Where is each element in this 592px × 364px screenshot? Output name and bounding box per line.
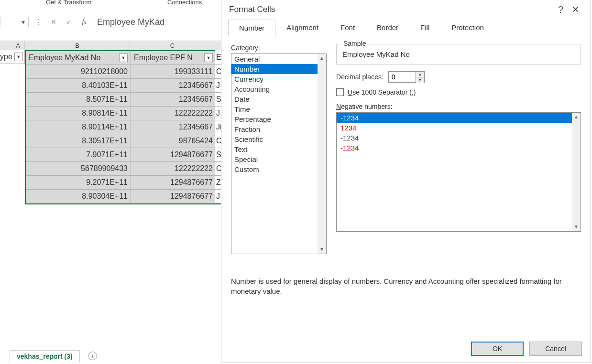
cell[interactable]: 56789909433 [26, 162, 131, 176]
category-item[interactable]: General [231, 54, 318, 64]
category-item[interactable]: Special [231, 154, 318, 164]
sample-label: Sample [340, 40, 369, 47]
cell[interactable]: 9.2071E+11 [26, 176, 131, 190]
dialog-tab-font[interactable]: Font [329, 19, 366, 36]
cell[interactable]: 1294876677 [131, 176, 216, 190]
cell[interactable]: 199333111 [131, 65, 216, 79]
dialog-tab-fill[interactable]: Fill [409, 19, 440, 36]
cell[interactable]: 8.30517E+11 [26, 134, 131, 148]
sheet-tabs: vekhas_report (3) + [10, 349, 100, 363]
dialog-body: Category: GeneralNumberCurrencyAccountin… [221, 36, 591, 262]
negative-numbers-label: Negative numbers: [336, 103, 581, 110]
decimal-places-spinner[interactable]: ▲ ▼ [388, 71, 425, 83]
cell[interactable]: 8.40103E+11 [26, 79, 131, 93]
cancel-formula-button[interactable]: ✕ [46, 17, 61, 27]
scroll-track[interactable] [318, 63, 326, 245]
scroll-up-icon[interactable]: ▲ [318, 54, 326, 63]
thousand-separator-row: Use 1000 Separator (,) [336, 88, 581, 96]
sample-value: Employee MyKad No [341, 47, 576, 58]
spreadsheet-grid: A B C Employee MyKad No ▼ Employee EPF N… [25, 41, 245, 204]
category-item[interactable]: Currency [231, 74, 318, 84]
category-item[interactable]: Fraction [231, 124, 318, 134]
negative-item[interactable]: -1234 [337, 143, 572, 153]
scroll-up-icon[interactable]: ▲ [572, 113, 581, 121]
cancel-button[interactable]: Cancel [529, 342, 582, 356]
cell[interactable]: 122222222 [131, 107, 216, 120]
dialog-tab-alignment[interactable]: Alignment [275, 19, 329, 36]
spinner-buttons: ▲ ▼ [416, 72, 424, 82]
table-row: 8.30517E+1198765424 [26, 134, 244, 148]
negative-item[interactable]: 1234 [337, 123, 572, 133]
negative-numbers-listbox[interactable]: -12341234-1234-1234 ▲ ▼ [336, 112, 581, 232]
cell[interactable]: 12345667 [131, 79, 216, 93]
cell[interactable]: 8.90304E+11 [26, 190, 131, 203]
formula-bar-input[interactable]: Employee MyKad [92, 16, 173, 28]
negative-scrollbar[interactable]: ▲ ▼ [572, 113, 581, 231]
cell[interactable]: 1294876677 [131, 148, 216, 162]
category-item[interactable]: Custom [231, 164, 318, 174]
cell[interactable]: 122222222 [131, 162, 216, 176]
category-item[interactable]: Number [231, 64, 318, 74]
column-headers-row: A B C [0, 41, 245, 50]
col-header-c[interactable]: C [130, 41, 215, 50]
table-row: 8.5071E+1112345667 [26, 93, 244, 107]
dialog-tabs: NumberAlignmentFontBorderFillProtection [221, 19, 591, 36]
enter-formula-button[interactable]: ✓ [61, 17, 77, 27]
negative-item[interactable]: -1234 [337, 113, 572, 123]
ok-button[interactable]: OK [471, 342, 524, 356]
dialog-tab-border[interactable]: Border [366, 19, 409, 36]
category-item[interactable]: Time [231, 104, 318, 114]
filter-button-epf[interactable]: ▼ [204, 54, 213, 62]
sample-box: Sample Employee MyKad No [336, 44, 581, 64]
cell[interactable]: 1294876677 [131, 190, 216, 203]
cell[interactable]: 12345667 [131, 120, 216, 134]
cell[interactable]: 92110218000 [26, 65, 131, 79]
category-item[interactable]: Percentage [231, 114, 318, 124]
name-box-dropdown-icon: ▾ [22, 18, 26, 26]
scroll-down-icon[interactable]: ▼ [572, 223, 581, 231]
category-item[interactable]: Text [231, 144, 318, 154]
cell[interactable]: 8.5071E+11 [26, 93, 131, 107]
scroll-track[interactable] [572, 121, 581, 223]
dialog-tab-protection[interactable]: Protection [440, 19, 495, 36]
format-cells-dialog: Format Cells ? ✕ NumberAlignmentFontBord… [221, 0, 591, 363]
decimal-places-label: Decimal places: [336, 73, 384, 81]
header-text-epf: Employee EPF N [134, 54, 193, 62]
selected-range: Employee MyKad No ▼ Employee EPF N ▼ 921… [25, 50, 245, 204]
category-item[interactable]: Date [231, 94, 318, 104]
partial-header-text: ype [0, 53, 12, 61]
cell[interactable]: 7.9071E+11 [26, 148, 131, 162]
dialog-title-bar: Format Cells ? ✕ [221, 0, 591, 19]
header-cell-epf[interactable]: Employee EPF N ▼ [131, 51, 216, 65]
name-box[interactable]: ▾ [0, 17, 29, 27]
category-scrollbar[interactable]: ▲ ▼ [318, 54, 326, 254]
fx-button[interactable]: fx [77, 17, 92, 27]
format-description: Number is used for general display of nu… [221, 262, 591, 296]
scroll-down-icon[interactable]: ▼ [318, 245, 326, 254]
category-item[interactable]: Accounting [231, 84, 318, 94]
close-button[interactable]: ✕ [568, 4, 583, 15]
col-header-a[interactable]: A [11, 41, 25, 50]
help-button[interactable]: ? [553, 4, 568, 15]
number-options-panel: Sample Employee MyKad No Decimal places:… [336, 44, 581, 254]
new-sheet-button[interactable]: + [86, 350, 100, 362]
cell[interactable]: 98765424 [131, 134, 216, 148]
decimal-places-input[interactable] [389, 72, 416, 82]
filter-button[interactable]: ▼ [14, 53, 23, 61]
table-row: 92110218000199333111 [26, 65, 244, 79]
col-header-b[interactable]: B [25, 41, 130, 50]
filter-button-mykad[interactable]: ▼ [119, 54, 128, 62]
category-listbox[interactable]: GeneralNumberCurrencyAccountingDateTimeP… [231, 54, 327, 254]
header-cell-mykad[interactable]: Employee MyKad No ▼ [26, 51, 131, 65]
table-row: 7.9071E+111294876677 [26, 148, 244, 162]
cell[interactable]: 12345667 [131, 93, 216, 107]
dialog-tab-number[interactable]: Number [228, 20, 275, 36]
category-item[interactable]: Scientific [231, 134, 318, 144]
negative-item[interactable]: -1234 [337, 133, 572, 143]
thousand-separator-checkbox[interactable] [336, 88, 344, 96]
cell[interactable]: 8.90114E+11 [26, 120, 131, 134]
spin-down-button[interactable]: ▼ [416, 77, 424, 83]
sheet-tab-active[interactable]: vekhas_report (3) [10, 350, 80, 362]
spin-up-button[interactable]: ▲ [416, 72, 424, 77]
cell[interactable]: 8.90814E+11 [26, 107, 131, 120]
